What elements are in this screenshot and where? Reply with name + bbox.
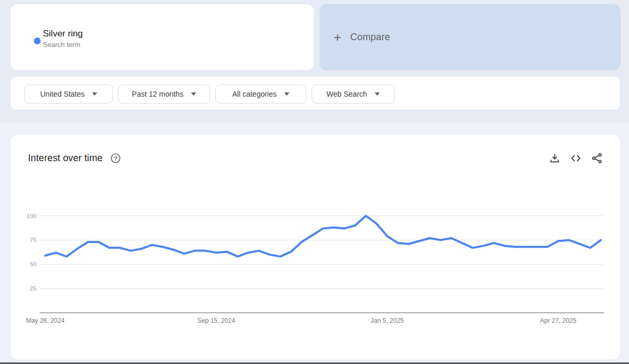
svg-text:?: ?	[114, 155, 117, 162]
search-type-filter-label: Web Search	[326, 90, 367, 98]
x-tick-label: Apr 27, 2025	[540, 317, 577, 324]
x-tick-label: Jan 5, 2025	[371, 317, 404, 324]
time-range-filter-label: Past 12 months	[132, 90, 183, 98]
download-icon	[549, 153, 560, 164]
help-icon[interactable]: ?	[110, 153, 121, 164]
chevron-down-icon	[375, 92, 380, 96]
download-button[interactable]	[549, 153, 560, 164]
y-tick-label: 25	[30, 285, 37, 292]
chart-title: Interest over time	[28, 153, 103, 164]
search-term-card[interactable]: Silver ring Search term	[11, 4, 314, 70]
x-tick-label: May 26, 2024	[26, 317, 65, 324]
trend-line	[45, 216, 601, 257]
plus-icon: +	[334, 31, 341, 44]
search-term-title: Silver ring	[43, 27, 83, 40]
y-tick-label: 75	[30, 237, 37, 243]
filter-bar: United States Past 12 months All categor…	[11, 77, 620, 110]
series-color-dot	[34, 38, 41, 44]
y-tick-label: 100	[26, 213, 37, 219]
geo-filter-label: United States	[40, 90, 85, 98]
search-type-filter-dropdown[interactable]: Web Search	[312, 85, 395, 104]
chevron-down-icon	[284, 92, 289, 96]
category-filter-dropdown[interactable]: All categories	[215, 85, 306, 104]
category-filter-label: All categories	[232, 90, 277, 98]
interest-over-time-card: 100755025May 26, 2024Sep 15, 2024Jan 5, …	[11, 135, 620, 360]
compare-card[interactable]: + Compare	[320, 4, 621, 70]
embed-icon	[570, 153, 581, 164]
y-tick-label: 50	[30, 261, 37, 267]
chevron-down-icon	[92, 92, 97, 96]
x-tick-label: Sep 15, 2024	[197, 317, 235, 324]
share-button[interactable]	[591, 153, 603, 164]
compare-label: Compare	[350, 32, 390, 43]
search-term-subtitle: Search term	[43, 40, 83, 50]
geo-filter-dropdown[interactable]: United States	[24, 85, 113, 104]
embed-button[interactable]	[570, 153, 581, 164]
interest-over-time-chart[interactable]: 100755025May 26, 2024Sep 15, 2024Jan 5, …	[11, 135, 620, 360]
share-icon	[591, 153, 603, 164]
chevron-down-icon	[191, 92, 196, 96]
time-range-filter-dropdown[interactable]: Past 12 months	[118, 85, 210, 104]
